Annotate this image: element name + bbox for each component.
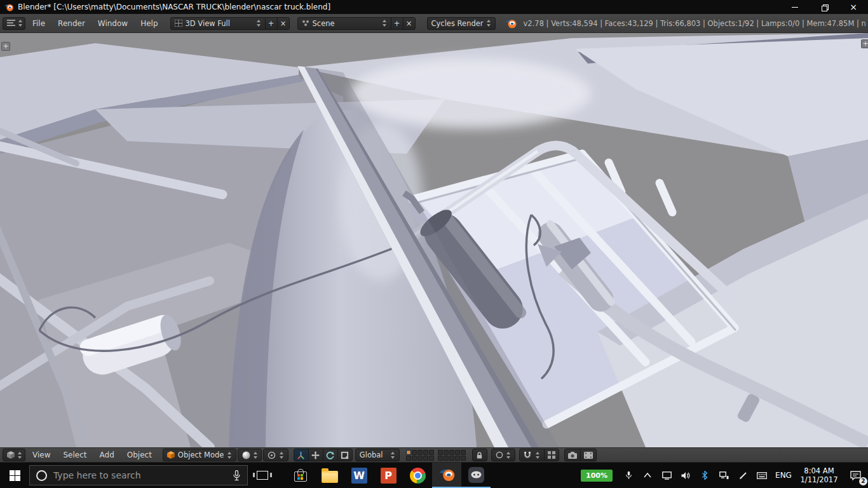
mode-value: Object Mode <box>178 451 224 459</box>
manipulator-toggle-button[interactable] <box>294 449 309 461</box>
menu-object[interactable]: Object <box>121 449 158 461</box>
windows-logo-icon <box>10 470 20 481</box>
taskbar-app-powerpoint[interactable]: P <box>374 463 403 488</box>
menu-view[interactable]: View <box>27 449 56 461</box>
close-scene-button[interactable]: × <box>403 17 416 30</box>
layers-grid-2[interactable] <box>438 450 466 461</box>
minimize-button[interactable] <box>780 0 810 14</box>
tablet-mode-icon[interactable] <box>657 463 676 488</box>
notification-count-badge: 2 <box>859 477 867 485</box>
layer-cell[interactable] <box>455 456 460 461</box>
new-layout-button[interactable]: + <box>265 17 278 30</box>
touch-keyboard-icon[interactable] <box>752 463 771 488</box>
pivot-point-selector[interactable] <box>263 449 288 461</box>
new-scene-button[interactable]: + <box>391 17 403 30</box>
layer-cell[interactable] <box>461 450 466 455</box>
date-label: 1/11/2017 <box>796 475 843 484</box>
maximize-button[interactable] <box>810 0 839 14</box>
taskbar-app-discord[interactable] <box>461 463 491 488</box>
close-layout-button[interactable]: × <box>277 17 290 30</box>
object-mode-cube-icon <box>167 451 175 459</box>
start-button[interactable] <box>0 463 29 488</box>
3d-viewport[interactable]: + + <box>0 33 868 447</box>
show-hidden-icons-chevron[interactable] <box>638 463 657 488</box>
layer-cell[interactable] <box>444 456 449 461</box>
action-center-button[interactable]: 2 <box>843 463 868 488</box>
layer-cell[interactable] <box>417 456 423 461</box>
language-indicator[interactable]: ENG <box>771 471 796 480</box>
layer-cell[interactable] <box>412 456 417 461</box>
layer-cell[interactable] <box>444 450 449 455</box>
menu-window[interactable]: Window <box>92 17 133 30</box>
clock[interactable]: 8:04 AM 1/11/2017 <box>796 466 843 484</box>
taskbar-app-file-explorer[interactable] <box>315 463 344 488</box>
proportional-edit-selector[interactable] <box>491 449 515 461</box>
menu-help[interactable]: Help <box>135 17 163 30</box>
snap-selector[interactable] <box>519 449 545 461</box>
layer-cell[interactable] <box>406 456 411 461</box>
taskbar-app-store[interactable] <box>286 463 315 488</box>
taskbar-app-word[interactable]: W <box>344 463 374 488</box>
editor-type-selector[interactable] <box>3 17 25 30</box>
battery-indicator[interactable]: 100% <box>581 470 613 482</box>
blender-logo-icon <box>505 18 517 29</box>
layer-cell[interactable] <box>438 456 443 461</box>
layer-cell[interactable] <box>412 450 417 455</box>
volume-icon[interactable] <box>676 463 695 488</box>
layer-cell[interactable] <box>449 450 454 455</box>
split-area-handle-right[interactable]: + <box>861 39 868 48</box>
tray-microphone-icon[interactable] <box>619 463 638 488</box>
rotate-arc-icon <box>326 451 334 459</box>
scene-statistics: v2.78 | Verts:48,594 | Faces:43,129 | Tr… <box>524 19 865 28</box>
info-editor-icon <box>7 20 15 27</box>
split-area-handle-left[interactable]: + <box>1 42 10 51</box>
render-engine-selector[interactable]: Cycles Render <box>427 17 496 30</box>
menu-add[interactable]: Add <box>94 449 120 461</box>
scale-square-icon <box>341 451 349 459</box>
layer-cell[interactable] <box>429 450 434 455</box>
blender-app-icon <box>4 3 14 11</box>
screen-layout-selector[interactable]: 3D View Full <box>170 17 266 30</box>
viewport-shading-selector[interactable] <box>238 449 262 461</box>
layer-cell[interactable] <box>461 456 466 461</box>
task-view-button[interactable] <box>248 463 277 488</box>
lock-icon <box>475 451 484 459</box>
layer-cell[interactable] <box>423 450 428 455</box>
3d-view-editor-icon <box>7 451 15 459</box>
opengl-render-still-button[interactable] <box>564 449 581 461</box>
layer-cell[interactable] <box>406 450 411 455</box>
translate-manipulator-button[interactable] <box>308 449 323 461</box>
menu-file[interactable]: File <box>27 17 51 30</box>
layer-cell[interactable] <box>417 450 423 455</box>
layer-cell[interactable] <box>455 450 460 455</box>
close-button[interactable]: × <box>839 0 868 14</box>
orientation-value: Global <box>360 451 383 459</box>
rotate-manipulator-button[interactable] <box>323 449 338 461</box>
microphone-icon[interactable] <box>233 470 241 481</box>
menu-select[interactable]: Select <box>57 449 92 461</box>
bluetooth-icon[interactable] <box>695 463 714 488</box>
scene-selector[interactable]: Scene <box>297 17 391 30</box>
scene-name-value: Scene <box>313 19 335 28</box>
taskbar-app-chrome[interactable] <box>403 463 432 488</box>
discord-icon <box>468 467 484 483</box>
editor-type-selector-3dview[interactable] <box>3 449 25 461</box>
layer-cell[interactable] <box>423 456 428 461</box>
search-input[interactable] <box>53 470 226 480</box>
snap-element-button[interactable] <box>544 449 559 461</box>
lock-to-scene-button[interactable] <box>472 449 487 461</box>
layer-cell[interactable] <box>429 456 434 461</box>
network-icon[interactable] <box>714 463 733 488</box>
pen-icon[interactable] <box>733 463 752 488</box>
opengl-render-anim-button[interactable] <box>580 449 597 461</box>
window-title: Blender* [C:\Users\matty\Documents\NASCA… <box>18 3 330 11</box>
scale-manipulator-button[interactable] <box>337 449 353 461</box>
layer-cell[interactable] <box>449 456 454 461</box>
menu-render[interactable]: Render <box>52 17 91 30</box>
layers-grid-1[interactable] <box>406 450 434 461</box>
mode-selector[interactable]: Object Mode <box>163 449 236 461</box>
taskbar-app-blender[interactable] <box>432 463 461 488</box>
transform-orientation-selector[interactable]: Global <box>355 449 400 461</box>
taskbar-search[interactable] <box>29 465 248 485</box>
layer-cell[interactable] <box>438 450 443 455</box>
